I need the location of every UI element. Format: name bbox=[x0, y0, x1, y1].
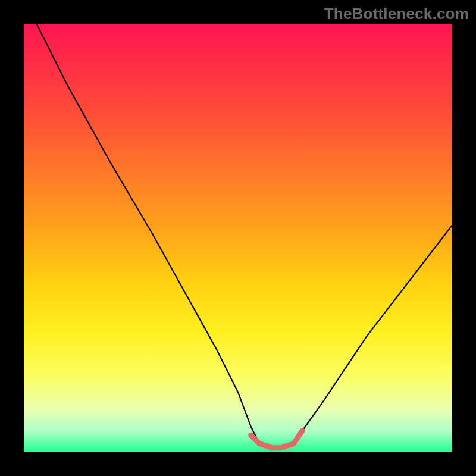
bottom-highlight-line bbox=[251, 431, 302, 448]
chart-svg bbox=[24, 24, 452, 452]
plot-area bbox=[24, 24, 452, 452]
watermark-text: TheBottleneck.com bbox=[324, 5, 469, 23]
bottleneck-curve-line bbox=[37, 24, 452, 448]
chart-container: TheBottleneck.com bbox=[0, 0, 476, 476]
